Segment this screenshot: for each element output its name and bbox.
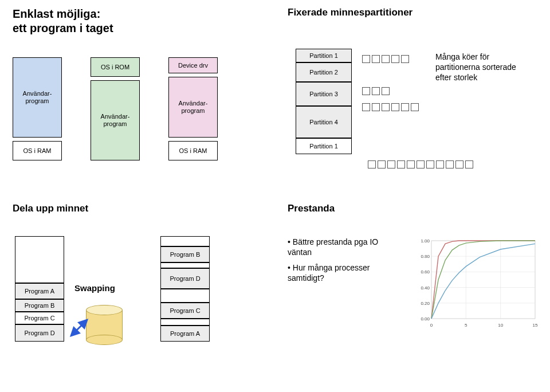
- svg-line-0: [71, 320, 87, 336]
- queue-row: [362, 55, 419, 63]
- partition-box: Partition 3: [296, 82, 352, 106]
- queue-job-icon: [372, 55, 380, 63]
- utilization-chart: 0.000.200.400.600.801.00051015: [415, 237, 539, 329]
- memory-layout-1: Användar- program OS i RAM: [13, 57, 62, 162]
- queue-job-icon: [387, 160, 395, 168]
- title-line2: ett program i taget: [13, 22, 113, 34]
- program-box: Program B: [15, 299, 64, 312]
- program-box: Program D: [160, 268, 210, 289]
- bullet-item: Hur många processer samtidigt?: [288, 263, 402, 283]
- slide-simple-memory: Enklast möjliga: ett program i taget Anv…: [0, 0, 275, 196]
- slide-title: Fixerade minnespartitioner: [275, 0, 550, 18]
- queue-job-icon: [426, 160, 434, 168]
- empty-box: [15, 236, 64, 283]
- svg-text:0: 0: [430, 323, 433, 328]
- slide-performance: Prestanda Bättre prestanda pga IO väntan…: [275, 196, 550, 392]
- queue-row: [362, 103, 419, 111]
- program-box: Program C: [15, 312, 64, 324]
- shared-queue-row: [368, 160, 473, 168]
- queue-job-icon: [436, 160, 444, 168]
- slide-memory-split: Dela upp minnet Program A Program B Prog…: [0, 196, 275, 392]
- os-ram-box: OS i RAM: [13, 141, 62, 160]
- partition-box: Partition 1: [296, 49, 352, 62]
- queue-job-icon: [465, 160, 473, 168]
- program-box: Program B: [160, 246, 210, 262]
- queue-job-icon: [417, 160, 425, 168]
- queue-job-icon: [455, 160, 463, 168]
- bullet-item: Bättre prestanda pga IO väntan: [288, 237, 402, 257]
- memory-after: Program B Program D Program C Program A: [160, 236, 210, 350]
- memory-before: Program A Program B Program C Program D: [15, 236, 64, 350]
- queue-job-icon: [407, 160, 415, 168]
- queue-description: Många köer för partitionerna sorterade e…: [435, 52, 544, 83]
- os-ram-box: OS i RAM: [168, 141, 218, 160]
- queue-job-icon: [362, 103, 370, 111]
- slide-title: Prestanda: [275, 196, 550, 214]
- queue-job-icon: [397, 160, 405, 168]
- slide-fixed-partitions: Fixerade minnespartitioner Partition 1 P…: [275, 0, 550, 196]
- svg-text:5: 5: [465, 323, 467, 328]
- queue-row: [362, 87, 419, 95]
- bullet-list: Bättre prestanda pga IO väntan Hur många…: [288, 237, 402, 289]
- svg-text:0.80: 0.80: [421, 254, 430, 259]
- device-drv-box: Device drv: [168, 57, 218, 73]
- slide-title: Dela upp minnet: [0, 196, 275, 214]
- queue-job-icon: [372, 87, 380, 95]
- swap-arrow-icon: [68, 316, 91, 339]
- memory-layout-3: Device drv Användar- program OS i RAM: [168, 57, 218, 162]
- svg-text:1.00: 1.00: [421, 238, 430, 244]
- partition-box: Partition 2: [296, 62, 352, 82]
- queue-text-line: efter storlek: [435, 73, 477, 82]
- user-program-box: Användar- program: [13, 57, 62, 138]
- svg-text:0.40: 0.40: [421, 285, 430, 291]
- queue-rows: [362, 55, 419, 119]
- queue-job-icon: [362, 55, 370, 63]
- queue-job-icon: [446, 160, 454, 168]
- svg-text:0.00: 0.00: [421, 316, 430, 322]
- empty-box: [160, 236, 210, 246]
- slide-title: Enklast möjliga: ett program i taget: [0, 0, 275, 36]
- program-box: Program A: [160, 326, 210, 342]
- empty-box: [160, 319, 210, 326]
- program-box: Program D: [15, 324, 64, 342]
- partition-box: Partition 4: [296, 106, 352, 138]
- queue-job-icon: [391, 55, 399, 63]
- empty-box: [160, 289, 210, 303]
- queue-job-icon: [368, 160, 376, 168]
- svg-text:15: 15: [533, 323, 538, 328]
- svg-rect-1: [431, 241, 535, 319]
- program-box: Program A: [15, 283, 64, 299]
- memory-layout-2: OS i ROM Användar- program: [91, 57, 140, 162]
- queue-job-icon: [382, 103, 390, 111]
- svg-text:0.20: 0.20: [421, 301, 430, 306]
- title-line1: Enklast möjliga:: [13, 7, 100, 20]
- empty-box: [160, 262, 210, 268]
- queue-job-icon: [411, 103, 419, 111]
- queue-text-line: Många köer för: [435, 52, 489, 61]
- queue-job-icon: [391, 103, 399, 111]
- queue-job-icon: [382, 87, 390, 95]
- queue-job-icon: [382, 55, 390, 63]
- svg-text:10: 10: [498, 323, 503, 328]
- partition-box: Partition 1: [296, 138, 352, 154]
- queue-text-line: partitionerna sorterade: [435, 62, 516, 72]
- user-program-box: Användar- program: [91, 80, 140, 160]
- queue-row: [362, 71, 419, 79]
- program-box: Program C: [160, 303, 210, 319]
- queue-job-icon: [401, 103, 409, 111]
- queue-job-icon: [401, 55, 409, 63]
- os-rom-box: OS i ROM: [91, 57, 140, 77]
- svg-text:0.60: 0.60: [421, 269, 430, 275]
- queue-job-icon: [378, 160, 386, 168]
- disk-icon: [86, 305, 123, 345]
- queue-job-icon: [372, 103, 380, 111]
- user-program-box: Användar- program: [168, 77, 218, 138]
- queue-job-icon: [362, 87, 370, 95]
- swap-label: Swapping: [74, 283, 115, 293]
